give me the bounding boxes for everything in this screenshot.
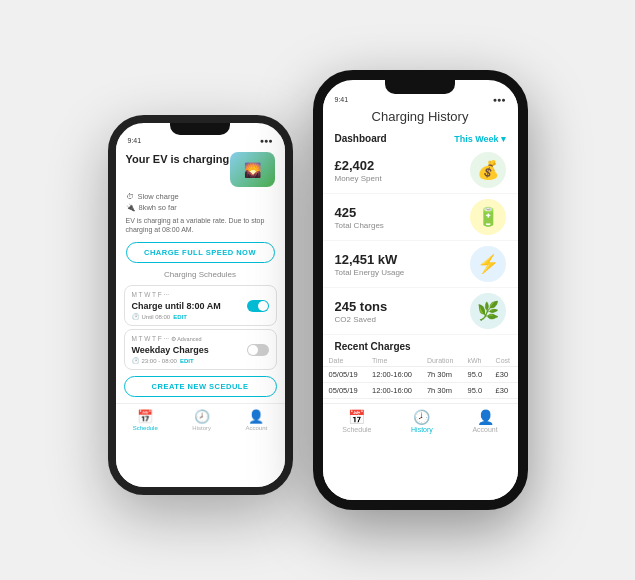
charge-full-speed-button[interactable]: CHARGE FULL SPEED NOW <box>126 242 275 263</box>
row1-time: 12:00-16:00 <box>366 367 421 383</box>
advanced-tag: ⚙ Advanced <box>171 336 201 342</box>
left-status-bar: 9:41 ●●● <box>116 135 285 146</box>
left-nav-account[interactable]: 👤 Account <box>246 409 268 431</box>
energy-icon: ⚡ <box>470 246 506 282</box>
slow-charge-icon: ⏱ <box>126 192 134 201</box>
toggle2-knob <box>248 345 258 355</box>
stat-energy-label: Total Energy Usage <box>335 268 405 277</box>
right-phone-content: 9:41 ●●● Charging History Dashboard This… <box>323 94 518 500</box>
schedule2-time: 23:00 - 08:00 <box>142 358 177 364</box>
schedule2-main: Weekday Charges <box>132 344 269 356</box>
kwh-row: 🔌 8kwh so far <box>116 202 285 213</box>
period-selector[interactable]: This Week ▾ <box>454 134 505 144</box>
stat-co2-label: CO2 Saved <box>335 315 388 324</box>
recent-charges-title: Recent Charges <box>323 335 518 355</box>
chevron-down-icon: ▾ <box>501 134 506 144</box>
right-history-icon: 🕗 <box>413 409 430 425</box>
kwh-text: 8kwh so far <box>139 203 177 212</box>
row2-cost: £30 <box>490 383 518 399</box>
schedule2-name: Weekday Charges <box>132 345 209 355</box>
schedule1-sub: 🕐 Until 08:00 EDIT <box>132 313 269 320</box>
right-nav-history[interactable]: 🕗 History <box>411 409 433 433</box>
schedule2-days: M T W T F ··· ⚙ Advanced <box>132 335 269 342</box>
schedule1-name: Charge until 8:00 AM <box>132 301 221 311</box>
right-account-icon: 👤 <box>477 409 494 425</box>
right-notch <box>385 80 455 94</box>
dashboard-header: Dashboard This Week ▾ <box>323 130 518 147</box>
slow-charge-row: ⏱ Slow charge <box>116 191 285 202</box>
toggle1-knob <box>258 301 268 311</box>
left-bottom-nav: 📅 Schedule 🕗 History 👤 Account <box>116 403 285 434</box>
col-cost: Cost <box>490 355 518 367</box>
schedule1-icon: 🕐 <box>132 313 139 320</box>
stat-money-value: £2,402 <box>335 158 382 173</box>
schedule1-days: M T W T F ··· <box>132 291 269 298</box>
stat-row-co2: 245 tons CO2 Saved 🌿 <box>323 288 518 335</box>
right-account-label: Account <box>472 426 497 433</box>
right-bottom-nav: 📅 Schedule 🕗 History 👤 Account <box>323 403 518 436</box>
schedules-title: Charging Schedules <box>116 267 285 282</box>
kwh-icon: 🔌 <box>126 203 135 212</box>
charges-icon: 🔋 <box>470 199 506 235</box>
right-schedule-label: Schedule <box>342 426 371 433</box>
schedule-nav-icon: 📅 <box>137 409 153 424</box>
schedule2-edit[interactable]: EDIT <box>180 358 194 364</box>
schedule1-main: Charge until 8:00 AM <box>132 300 269 312</box>
co2-icon: 🌿 <box>470 293 506 329</box>
row2-date: 05/05/19 <box>323 383 366 399</box>
right-nav-schedule[interactable]: 📅 Schedule <box>342 409 371 433</box>
ev-illustration: 🌄 <box>230 152 275 187</box>
schedule-card-1: M T W T F ··· Charge until 8:00 AM 🕐 Unt… <box>124 285 277 326</box>
stat-charges-label: Total Charges <box>335 221 384 230</box>
period-label: This Week <box>454 134 498 144</box>
right-schedule-icon: 📅 <box>348 409 365 425</box>
schedule2-sub: 🕐 23:00 - 08:00 EDIT <box>132 357 269 364</box>
slow-charge-text: Slow charge <box>138 192 179 201</box>
stat-charges-text: 425 Total Charges <box>335 205 384 230</box>
stat-money-label: Money Spent <box>335 174 382 183</box>
row1-duration: 7h 30m <box>421 367 462 383</box>
history-nav-icon: 🕗 <box>194 409 210 424</box>
charges-table: Date Time Duration kWh Cost 05/05/19 12:… <box>323 355 518 399</box>
stat-energy-text: 12,451 kW Total Energy Usage <box>335 252 405 277</box>
right-nav-account[interactable]: 👤 Account <box>472 409 497 433</box>
stat-row-charges: 425 Total Charges 🔋 <box>323 194 518 241</box>
table-row: 05/05/19 12:00-16:00 7h 30m 95.0 £30 <box>323 367 518 383</box>
schedule-nav-label: Schedule <box>133 425 158 431</box>
col-time: Time <box>366 355 421 367</box>
schedule1-time: Until 08:00 <box>142 314 171 320</box>
schedule1-toggle[interactable] <box>247 300 269 312</box>
scene: 9:41 ●●● Your EV is charging 🌄 ⏱ Slow ch… <box>108 70 528 510</box>
stat-co2-text: 245 tons CO2 Saved <box>335 299 388 324</box>
left-header: Your EV is charging 🌄 <box>116 146 285 191</box>
right-phone: 9:41 ●●● Charging History Dashboard This… <box>313 70 528 510</box>
col-date: Date <box>323 355 366 367</box>
col-duration: Duration <box>421 355 462 367</box>
left-nav-schedule[interactable]: 📅 Schedule <box>133 409 158 431</box>
table-row: 05/05/19 12:00-16:00 7h 30m 95.0 £30 <box>323 383 518 399</box>
row2-kwh: 95.0 <box>462 383 490 399</box>
left-time: 9:41 <box>128 137 142 144</box>
right-signal: ●●● <box>493 96 506 103</box>
dashboard-label: Dashboard <box>335 133 387 144</box>
schedule2-toggle[interactable] <box>247 344 269 356</box>
row1-date: 05/05/19 <box>323 367 366 383</box>
stat-row-money: £2,402 Money Spent 💰 <box>323 147 518 194</box>
right-history-label: History <box>411 426 433 433</box>
row1-kwh: 95.0 <box>462 367 490 383</box>
left-notch <box>170 123 230 135</box>
ev-title: Your EV is charging <box>126 152 230 166</box>
schedule2-icon: 🕐 <box>132 357 139 364</box>
schedule1-edit[interactable]: EDIT <box>173 314 187 320</box>
create-schedule-button[interactable]: CREATE NEW SCEDULE <box>124 376 277 397</box>
stat-energy-value: 12,451 kW <box>335 252 405 267</box>
row2-duration: 7h 30m <box>421 383 462 399</box>
col-kwh: kWh <box>462 355 490 367</box>
stat-money-text: £2,402 Money Spent <box>335 158 382 183</box>
account-nav-label: Account <box>246 425 268 431</box>
stat-row-energy: 12,451 kW Total Energy Usage ⚡ <box>323 241 518 288</box>
charge-description: EV is charging at a variable rate. Due t… <box>116 213 285 238</box>
left-phone-content: 9:41 ●●● Your EV is charging 🌄 ⏱ Slow ch… <box>116 135 285 487</box>
left-nav-history[interactable]: 🕗 History <box>192 409 211 431</box>
left-phone: 9:41 ●●● Your EV is charging 🌄 ⏱ Slow ch… <box>108 115 293 495</box>
